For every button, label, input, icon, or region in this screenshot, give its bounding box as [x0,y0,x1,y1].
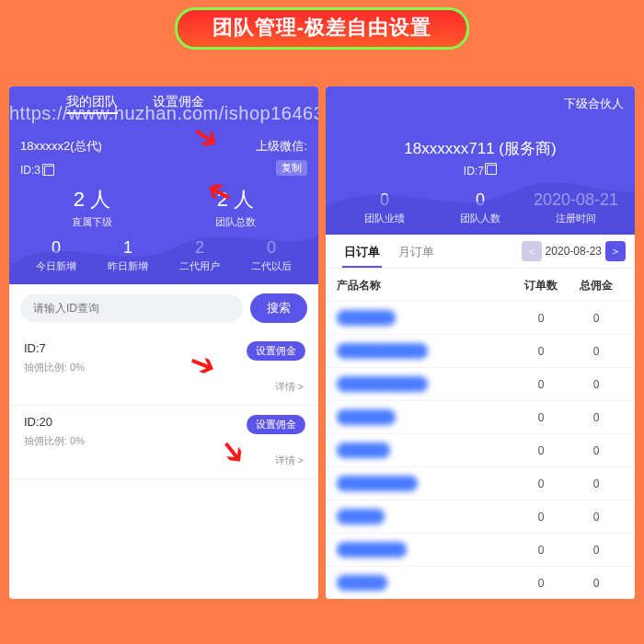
product-name-censored: 淘xxxxx [337,443,390,458]
superior-wechat-label: 上级微信: [256,138,307,155]
user-name: 18xxxxx2(总代) [20,138,102,155]
page-title: 团队管理-极差自由设置 [213,16,431,39]
copy-icon[interactable] [487,165,497,175]
partner-id: ID:7 [464,165,484,178]
col-product: 产品名称 [337,278,513,293]
set-commission-button[interactable]: 设置佣金 [247,341,305,361]
date-display[interactable]: 2020-08-23 [546,245,602,258]
table-row: 陌xxxx (限女性)00 [326,334,635,367]
user-id: ID:3 [20,164,40,177]
product-name-censored: 陌xxxx (限女性) [337,343,428,359]
copy-icon[interactable] [44,166,54,176]
search-input[interactable] [20,294,243,322]
tab-month-orders[interactable]: 月订单 [389,235,443,268]
product-name-censored: 支xx实名 [337,310,396,326]
col-commission: 总佣金 [569,278,624,293]
left-screen: 我的团队 设置佣金 https://www.huzhan.com/ishop16… [9,86,318,599]
left-hero: 我的团队 设置佣金 https://www.huzhan.com/ishop16… [9,86,318,284]
tab-day-orders[interactable]: 日订单 [335,235,389,268]
watermark-url: https://www.huzhan.com/ishop16463 [9,103,318,124]
partner-name: 18xxxxxx711 (服务商) [337,138,624,159]
right-hero: 下级合伙人 18xxxxxx711 (服务商) ID:7 0团队业绩 0团队人数… [326,86,635,235]
table-row: 支xx核销00 [326,400,635,433]
table-row: 陌xxxx (限男性)00 [326,367,635,400]
member-row: ID:7 抽佣比例: 0% 设置佣金 详情 > ➔ [9,332,318,406]
table-row: 淘xxxxx00 [326,433,635,466]
product-name-censored: 支xx核销 [337,409,396,425]
table-row: 支xx实名00 [326,301,635,334]
search-button[interactable]: 搜索 [250,293,307,323]
detail-link[interactable]: 详情 > [24,380,304,394]
col-orders: 订单数 [513,278,569,293]
date-prev-button[interactable]: ＜ [522,241,542,261]
member-row: ID:20 抽佣比例: 0% 设置佣金 详情 > ➔ [9,406,318,479]
table-row: 3Dxx版00 [326,566,635,599]
product-name-censored: 邮xx银行xx卡 [337,476,418,491]
direct-sub-count: 2 人 [20,186,164,213]
product-name-censored: 3Dxx版 [337,575,387,591]
detail-link[interactable]: 详情 > [24,454,304,467]
product-name-censored: 本xx号码版 [337,542,407,558]
product-name-censored: 陌xxxx (限男性) [337,376,428,392]
page-title-banner: 团队管理-极差自由设置 [175,7,469,50]
set-commission-button[interactable]: 设置佣金 [247,415,305,434]
right-screen: 下级合伙人 18xxxxxx711 (服务商) ID:7 0团队业绩 0团队人数… [326,86,635,599]
copy-button[interactable]: 复制 [276,160,307,176]
table-row: 本xx号码版00 [326,533,635,566]
table-row: xx实名00 [326,500,635,533]
date-next-button[interactable]: ＞ [605,241,626,261]
table-row: 邮xx银行xx卡00 [326,466,635,500]
sub-partner-link[interactable]: 下级合伙人 [564,96,624,112]
product-name-censored: xx实名 [337,509,385,524]
